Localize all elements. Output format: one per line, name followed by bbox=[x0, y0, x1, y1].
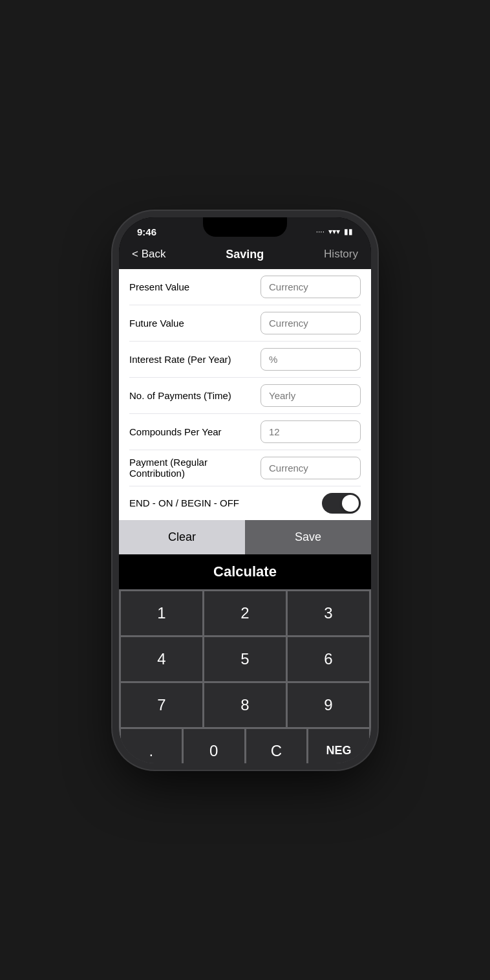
payments-label: No. of Payments (Time) bbox=[129, 390, 261, 401]
keypad-last-row: . 0 C NEG bbox=[121, 729, 369, 763]
keypad: 1 2 3 4 5 6 7 8 9 . 0 C NEG bbox=[119, 589, 371, 763]
interest-rate-row: Interest Rate (Per Year) bbox=[129, 342, 361, 378]
key-9[interactable]: 9 bbox=[288, 683, 369, 727]
compounds-row: Compounds Per Year bbox=[129, 414, 361, 450]
key-4[interactable]: 4 bbox=[121, 637, 202, 681]
signal-icon: ···· bbox=[316, 227, 325, 236]
key-3[interactable]: 3 bbox=[288, 591, 369, 635]
toggle-track bbox=[322, 493, 361, 514]
present-value-input[interactable] bbox=[261, 276, 361, 298]
present-value-row: Present Value bbox=[129, 269, 361, 305]
payment-input[interactable] bbox=[261, 457, 361, 479]
key-dot[interactable]: . bbox=[121, 729, 182, 763]
key-8[interactable]: 8 bbox=[204, 683, 286, 727]
toggle-label: END - ON / BEGIN - OFF bbox=[129, 497, 322, 508]
history-button[interactable]: History bbox=[324, 248, 358, 261]
toggle-switch[interactable] bbox=[322, 493, 361, 514]
form-section: Present Value Future Value Interest Rate… bbox=[119, 269, 371, 520]
key-5[interactable]: 5 bbox=[204, 637, 286, 681]
compounds-input[interactable] bbox=[261, 420, 361, 443]
back-button[interactable]: < Back bbox=[132, 248, 165, 261]
status-icons: ···· ▾▾▾ ▮▮ bbox=[316, 227, 353, 236]
calculate-bar[interactable]: Calculate bbox=[119, 554, 371, 589]
future-value-label: Future Value bbox=[129, 318, 261, 329]
payment-label: Payment (Regular Contribution) bbox=[129, 457, 261, 479]
status-time: 9:46 bbox=[137, 226, 156, 237]
battery-icon: ▮▮ bbox=[344, 227, 353, 236]
action-buttons: Clear Save bbox=[119, 520, 371, 554]
interest-rate-input[interactable] bbox=[261, 348, 361, 371]
page-title: Saving bbox=[226, 248, 264, 261]
key-neg[interactable]: NEG bbox=[308, 729, 369, 763]
nav-bar: < Back Saving History bbox=[119, 243, 371, 269]
key-7[interactable]: 7 bbox=[121, 683, 202, 727]
toggle-row: END - ON / BEGIN - OFF bbox=[129, 486, 361, 520]
present-value-label: Present Value bbox=[129, 281, 261, 292]
future-value-input[interactable] bbox=[261, 312, 361, 334]
compounds-label: Compounds Per Year bbox=[129, 426, 261, 437]
toggle-thumb bbox=[342, 495, 359, 512]
key-1[interactable]: 1 bbox=[121, 591, 202, 635]
key-6[interactable]: 6 bbox=[288, 637, 369, 681]
wifi-icon: ▾▾▾ bbox=[328, 227, 340, 236]
key-0[interactable]: 0 bbox=[184, 729, 244, 763]
key-2[interactable]: 2 bbox=[204, 591, 286, 635]
save-button[interactable]: Save bbox=[245, 520, 371, 554]
future-value-row: Future Value bbox=[129, 305, 361, 342]
payment-row: Payment (Regular Contribution) bbox=[129, 450, 361, 486]
clear-button[interactable]: Clear bbox=[119, 520, 245, 554]
key-c[interactable]: C bbox=[246, 729, 307, 763]
payments-input[interactable] bbox=[261, 384, 361, 407]
calculate-label: Calculate bbox=[213, 563, 277, 580]
interest-rate-label: Interest Rate (Per Year) bbox=[129, 354, 261, 365]
payments-row: No. of Payments (Time) bbox=[129, 378, 361, 414]
